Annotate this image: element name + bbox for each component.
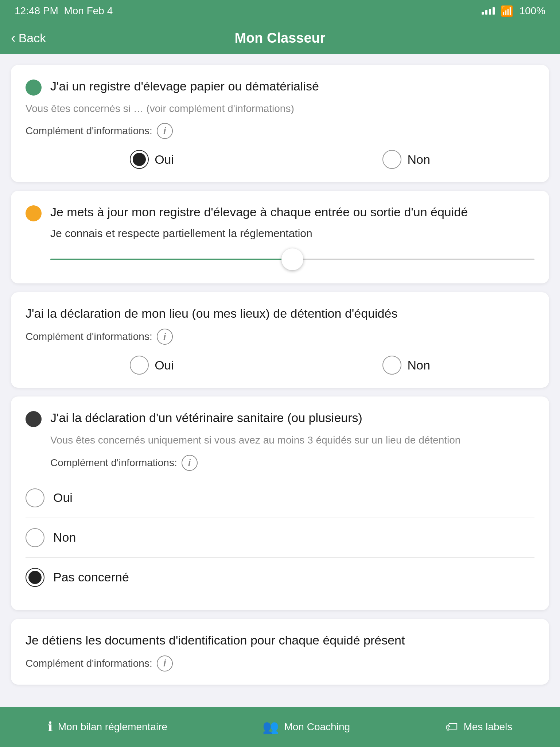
slider-track[interactable] <box>50 259 534 260</box>
status-right: 📶 100% <box>482 5 545 17</box>
page-title: Mon Classeur <box>234 30 325 46</box>
card1-subtitle: Vous êtes concernés si … (voir complémen… <box>26 101 534 116</box>
labels-icon: 🏷 <box>445 719 458 735</box>
card1-non[interactable]: Non <box>382 150 430 169</box>
tab-bar: ℹ Mon bilan réglementaire 👥 Mon Coaching… <box>0 707 560 747</box>
card4-pas-concerne-label: Pas concerné <box>53 570 129 584</box>
card4-radio-list: Oui Non Pas concerné <box>26 478 534 597</box>
status-bar: 12:48 PM Mon Feb 4 📶 100% <box>0 0 560 22</box>
card1-oui[interactable]: Oui <box>130 150 174 169</box>
card4-title: J'ai la déclaration d'un vétérinaire san… <box>50 410 362 426</box>
tab-coaching[interactable]: 👥 Mon Coaching <box>262 719 350 735</box>
card4-pas-concerne[interactable]: Pas concerné <box>26 558 534 597</box>
card4-complement: Complément d'informations: i <box>26 455 534 471</box>
card2-header: Je mets à jour mon registre d'élevage à … <box>26 204 534 221</box>
card-identification: Je détiens les documents d'identificatio… <box>11 619 549 685</box>
card-veterinaire: J'ai la déclaration d'un vétérinaire san… <box>11 396 549 610</box>
card1-complement-label: Complément d'informations: <box>26 125 152 137</box>
tab-coaching-label: Mon Coaching <box>284 721 350 733</box>
card4-subtitle: Vous êtes concernés uniquement si vous a… <box>26 433 534 447</box>
card4-oui-label: Oui <box>53 491 73 505</box>
card3-non[interactable]: Non <box>382 356 430 375</box>
card3-complement-label: Complément d'informations: <box>26 331 152 342</box>
card5-complement: Complément d'informations: i <box>26 655 534 671</box>
coaching-icon: 👥 <box>262 719 279 735</box>
info-icon-3[interactable]: i <box>157 329 173 345</box>
card4-oui[interactable]: Oui <box>26 478 534 518</box>
card-declaration-lieu: J'ai la déclaration de mon lieu (ou mes … <box>11 292 549 388</box>
card3-oui[interactable]: Oui <box>130 356 174 375</box>
card2-title: Je mets à jour mon registre d'élevage à … <box>50 204 468 220</box>
card5-title: Je détiens les documents d'identificatio… <box>26 632 405 648</box>
card3-radio-row: Oui Non <box>26 356 534 375</box>
indicator-orange <box>26 205 42 221</box>
indicator-dark <box>26 411 42 427</box>
info-icon-1[interactable]: i <box>157 123 173 139</box>
card3-oui-label: Oui <box>155 358 174 372</box>
card1-radio-row: Oui Non <box>26 150 534 169</box>
back-button[interactable]: ‹ Back <box>11 30 46 46</box>
card1-non-label: Non <box>407 152 430 167</box>
radio4-non-circle[interactable] <box>26 528 44 547</box>
card1-header: J'ai un registre d'élevage papier ou dém… <box>26 78 534 96</box>
indicator-green <box>26 80 42 96</box>
slider-container <box>50 248 534 270</box>
bilan-icon: ℹ <box>48 719 53 735</box>
nav-bar: ‹ Back Mon Classeur <box>0 22 560 54</box>
slider-section: Je connais et respecte partiellement la … <box>26 227 534 270</box>
card4-non-label: Non <box>53 530 76 545</box>
chevron-left-icon: ‹ <box>11 30 16 46</box>
back-label: Back <box>19 31 46 45</box>
tab-labels[interactable]: 🏷 Mes labels <box>445 719 512 735</box>
card3-complement: Complément d'informations: i <box>26 329 534 345</box>
radio-non-circle[interactable] <box>382 150 401 169</box>
slider-label: Je connais et respecte partiellement la … <box>50 227 534 240</box>
card3-non-label: Non <box>407 358 430 372</box>
tab-bilan-label: Mon bilan réglementaire <box>58 721 167 733</box>
card5-complement-label: Complément d'informations: <box>26 658 152 669</box>
status-time: 12:48 PM Mon Feb 4 <box>15 5 113 17</box>
radio4-pas-concerne-circle[interactable] <box>26 568 44 587</box>
radio3-non-circle[interactable] <box>382 356 401 375</box>
slider-thumb[interactable] <box>281 248 303 270</box>
battery-level: 100% <box>519 5 545 17</box>
info-icon-5[interactable]: i <box>157 655 173 671</box>
radio3-oui-circle[interactable] <box>130 356 149 375</box>
info-icon-4[interactable]: i <box>182 455 198 471</box>
card3-title: J'ai la déclaration de mon lieu (ou mes … <box>26 305 397 321</box>
wifi-icon: 📶 <box>501 5 513 17</box>
card4-complement-label: Complément d'informations: <box>50 457 177 469</box>
card4-header: J'ai la déclaration d'un vétérinaire san… <box>26 410 534 427</box>
card-registre-elevage: J'ai un registre d'élevage papier ou dém… <box>11 65 549 182</box>
card1-title: J'ai un registre d'élevage papier ou dém… <box>50 78 319 94</box>
card3-header: J'ai la déclaration de mon lieu (ou mes … <box>26 305 534 321</box>
card1-complement: Complément d'informations: i <box>26 123 534 139</box>
signal-icon <box>482 7 495 15</box>
radio4-oui-circle[interactable] <box>26 488 44 507</box>
card1-oui-label: Oui <box>155 152 174 167</box>
content-area: J'ai un registre d'élevage papier ou dém… <box>0 54 560 728</box>
card4-non[interactable]: Non <box>26 518 534 558</box>
tab-bilan[interactable]: ℹ Mon bilan réglementaire <box>48 719 167 735</box>
radio-oui-circle[interactable] <box>130 150 149 169</box>
tab-labels-label: Mes labels <box>463 721 512 733</box>
card-mise-a-jour: Je mets à jour mon registre d'élevage à … <box>11 191 549 283</box>
card5-header: Je détiens les documents d'identificatio… <box>26 632 534 648</box>
